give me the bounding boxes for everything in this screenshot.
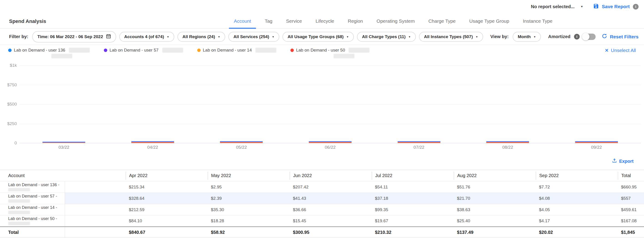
- chevron-down-icon: ▼: [218, 35, 220, 38]
- close-icon: ✕: [605, 48, 609, 53]
- save-report-label: Save Report: [602, 4, 630, 9]
- legend-item-lab-on-demand-user-50[interactable]: Lab on Demand - user 50: [290, 48, 370, 58]
- table-row-lab-on-demand-user-14[interactable]: Lab on Demand - user 14 -$212.59$35.30$3…: [0, 204, 644, 216]
- spend-chart: $1k$750$500$2500 03/2204/2205/2206/2207/…: [0, 62, 644, 153]
- value-cell: $18.28: [208, 216, 290, 227]
- legend-item-lab-on-demand-user-136[interactable]: Lab on Demand - user 136: [8, 48, 90, 58]
- services-filter-label: All Services (254): [234, 34, 269, 39]
- value-cell: $36.66: [290, 204, 372, 216]
- column-header-apr-2022[interactable]: Apr 2022: [126, 170, 208, 181]
- account-name: Lab on Demand - user 57 -: [8, 194, 65, 198]
- legend-item-lab-on-demand-user-57[interactable]: Lab on Demand - user 57: [104, 48, 183, 58]
- tab-account[interactable]: Account: [227, 18, 258, 28]
- stacked-bar-09-22[interactable]: [575, 141, 618, 143]
- regions-filter-label: All Regions (24): [182, 34, 215, 39]
- stacked-bar-05-22[interactable]: [220, 141, 263, 143]
- tab-region[interactable]: Region: [341, 18, 370, 28]
- legend-label: Lab on Demand - user 50: [296, 48, 345, 53]
- usage-type-groups-filter-label: All Usage Type Groups (68): [288, 34, 344, 39]
- legend-item-lab-on-demand-user-14[interactable]: Lab on Demand - user 14: [197, 48, 276, 58]
- x-axis-label-06-22: 06/22: [286, 145, 375, 150]
- accounts-filter[interactable]: Accounts 4 (of 674)▼: [119, 32, 174, 42]
- regions-filter[interactable]: All Regions (24)▼: [178, 32, 225, 42]
- y-axis-tick: $1k: [10, 63, 17, 68]
- reset-filters-label: Reset Filters: [610, 34, 638, 39]
- legend-line: Lab on Demand - user 50: [290, 48, 370, 53]
- value-cell: $660.95: [618, 181, 644, 193]
- redacted-account-id: [8, 199, 30, 203]
- chart-plot: $1k$750$500$2500: [20, 65, 641, 143]
- tab-tag[interactable]: Tag: [258, 18, 279, 28]
- amortized-toggle[interactable]: [582, 34, 596, 40]
- stacked-bar-04-22[interactable]: [131, 141, 174, 143]
- account-cell: Lab on Demand - user 50 -: [0, 216, 65, 227]
- account-name: Lab on Demand - user 14 -: [8, 206, 65, 210]
- stacked-bar-06-22[interactable]: [309, 141, 352, 143]
- tab-instance-type[interactable]: Instance Type: [516, 18, 559, 28]
- total-value-cell: $1,845: [618, 227, 644, 238]
- table-row-lab-on-demand-user-57[interactable]: Lab on Demand - user 57 -$328.64$2.39$41…: [0, 193, 644, 204]
- unselect-all-label: Unselect All: [611, 48, 636, 53]
- value-cell: $35.30: [208, 204, 290, 216]
- y-axis-tick: $250: [7, 121, 17, 126]
- title-tabs-row: Spend Analysis AccountTagServiceLifecycl…: [0, 13, 644, 29]
- tab-service[interactable]: Service: [279, 18, 309, 28]
- services-filter[interactable]: All Services (254)▼: [228, 32, 279, 42]
- tab-operating-system[interactable]: Operating System: [370, 18, 422, 28]
- instance-types-filter[interactable]: All Instance Types (507)▼: [419, 32, 483, 42]
- account-column-header[interactable]: Account: [0, 170, 65, 181]
- total-label-cell: Total: [0, 227, 65, 238]
- time-filter[interactable]: Time: 06 Mar 2022 - 06 Sep 2022: [32, 31, 116, 42]
- legend: Lab on Demand - user 136Lab on Demand - …: [8, 48, 370, 58]
- spend-table: Account Apr 2022May 2022Jun 2022Jul 2022…: [0, 170, 644, 238]
- view-by-value: Month: [518, 34, 530, 39]
- column-header-total[interactable]: Total: [618, 170, 644, 181]
- filter-by-label: Filter by:: [9, 34, 28, 39]
- unselect-all-button[interactable]: ✕ Unselect All: [605, 48, 636, 53]
- chevron-down-icon: ▼: [167, 35, 169, 38]
- tab-usage-type-group[interactable]: Usage Type Group: [462, 18, 516, 28]
- instance-types-filter-label: All Instance Types (507): [424, 34, 473, 39]
- column-header-jun-2022[interactable]: Jun 2022: [290, 170, 372, 181]
- usage-type-groups-filter[interactable]: All Usage Type Groups (68)▼: [282, 32, 354, 42]
- export-button[interactable]: Export: [612, 158, 634, 164]
- gridline: 0: [20, 143, 641, 143]
- save-report-button[interactable]: Save Report: [593, 3, 630, 10]
- column-header-sep-2022[interactable]: Sep 2022: [536, 170, 618, 181]
- spacer-cell: [65, 216, 126, 227]
- value-cell: $37.18: [372, 193, 454, 204]
- tab-charge-type[interactable]: Charge Type: [422, 18, 462, 28]
- legend-label: Lab on Demand - user 14: [203, 48, 252, 53]
- top-bar: No report selected... ▼ Save Report i: [0, 0, 644, 13]
- value-cell: $212.59: [126, 204, 208, 216]
- total-value-cell: $58.92: [208, 227, 290, 238]
- column-header-may-2022[interactable]: May 2022: [208, 170, 290, 181]
- stacked-bar-08-22[interactable]: [486, 141, 529, 143]
- y-axis-tick: 0: [14, 141, 17, 146]
- report-selector[interactable]: No report selected... ▼: [531, 4, 583, 9]
- stacked-bar-07-22[interactable]: [398, 141, 440, 143]
- chevron-down-icon: ▼: [580, 5, 583, 8]
- legend-label: Lab on Demand - user 136: [14, 48, 65, 53]
- info-icon[interactable]: i: [633, 4, 638, 9]
- legend-line: Lab on Demand - user 57: [104, 48, 183, 53]
- amortized-info-icon[interactable]: i: [574, 34, 580, 39]
- reset-filters-button[interactable]: Reset Filters: [602, 33, 638, 40]
- x-axis-label-04-22: 04/22: [108, 145, 197, 150]
- view-by-select[interactable]: Month ▼: [513, 32, 541, 42]
- value-cell: $41.43: [290, 193, 372, 204]
- column-header-aug-2022[interactable]: Aug 2022: [454, 170, 536, 181]
- tab-lifecycle[interactable]: Lifecycle: [309, 18, 341, 28]
- x-axis-label-05-22: 05/22: [197, 145, 286, 150]
- chevron-down-icon: ▼: [272, 35, 274, 38]
- value-cell: $25.40: [454, 216, 536, 227]
- gridline: $750: [20, 85, 641, 85]
- value-cell: $328.64: [126, 193, 208, 204]
- y-axis-tick: $750: [7, 82, 17, 87]
- column-header-jul-2022[interactable]: Jul 2022: [372, 170, 454, 181]
- total-value-cell: $20.02: [536, 227, 618, 238]
- table-row-lab-on-demand-user-136[interactable]: Lab on Demand - user 136 -$215.34$2.95$2…: [0, 181, 644, 193]
- gridline: $500: [20, 104, 641, 104]
- charge-types-filter[interactable]: All Charge Types (11)▼: [357, 32, 416, 42]
- table-row-lab-on-demand-user-50[interactable]: Lab on Demand - user 50 -$84.10$18.28$15…: [0, 216, 644, 227]
